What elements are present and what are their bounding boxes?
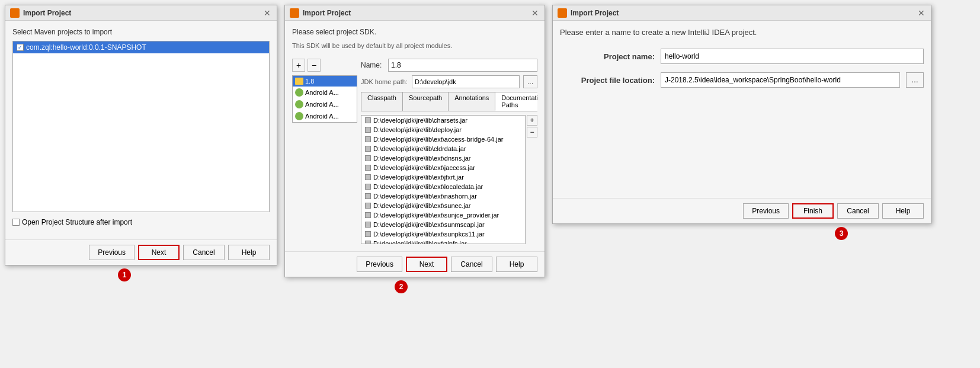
project-location-browse-button[interactable]: … — [906, 72, 924, 88]
sdk-tree-item-android-c[interactable]: Android A... — [293, 110, 357, 122]
dialog1-previous-button[interactable]: Previous — [89, 245, 134, 260]
file-item-5[interactable]: D:\develop\jdk\jre\lib\ext\jaccess.jar — [361, 163, 525, 172]
open-project-structure-row: Open Project Structure after import — [12, 218, 270, 226]
intellij-icon-1 — [10, 8, 20, 18]
project-name-input[interactable] — [661, 49, 924, 64]
dialog2-previous-button[interactable]: Previous — [357, 257, 402, 272]
file-item-12[interactable]: D:\develop\jdk\jre\lib\ext\sunpkcs11.jar — [361, 229, 525, 239]
file-icon-8 — [365, 193, 371, 199]
project-name-row: Project name: — [560, 49, 924, 64]
dialog2-cancel-button[interactable]: Cancel — [451, 257, 492, 272]
sdk-tree-item-android-b[interactable]: Android A... — [293, 98, 357, 110]
dialog3-previous-button[interactable]: Previous — [743, 203, 789, 219]
file-icon-12 — [365, 231, 371, 237]
project-name-label: Project name: — [560, 52, 655, 61]
file-icon-5 — [365, 165, 371, 171]
sdk-header: Please select project SDK. — [292, 28, 537, 36]
project-checkbox[interactable]: ✓ — [17, 44, 24, 51]
sdk-remove-button[interactable]: − — [308, 59, 321, 72]
file-item-0[interactable]: D:\develop\jdk\jre\lib\charsets.jar — [361, 116, 525, 125]
sdk-tree-item-label-3: Android A... — [305, 113, 339, 120]
dialog3-finish-button[interactable]: Finish — [792, 203, 834, 219]
file-icon-1 — [365, 127, 371, 133]
file-item-1[interactable]: D:\develop\jdk\jre\lib\deploy.jar — [361, 125, 525, 135]
intellij-icon-2 — [290, 8, 299, 18]
open-project-structure-label: Open Project Structure after import — [22, 218, 132, 226]
project-location-label: Project file location: — [560, 76, 655, 85]
dialog-body-1: Select Maven projects to import ✓ com.zq… — [5, 21, 277, 239]
badge-1: 1 — [118, 268, 131, 281]
file-icon-13 — [365, 241, 371, 244]
file-item-13[interactable]: D:\develop\jdk\jre\lib\ext\zipfs.jar — [361, 239, 525, 244]
dialog-import-project-2: Import Project ✕ Please select project S… — [284, 5, 545, 277]
title-bar-1: Import Project ✕ — [5, 5, 277, 21]
dialog1-help-button[interactable]: Help — [228, 245, 270, 260]
file-icon-4 — [365, 155, 371, 161]
file-item-9[interactable]: D:\develop\jdk\jre\lib\ext\sunec.jar — [361, 201, 525, 210]
sdk-tree-item-18[interactable]: 1.8 — [293, 76, 357, 87]
close-button-3[interactable]: ✕ — [917, 8, 926, 18]
file-item-10[interactable]: D:\develop\jdk\jre\lib\ext\sunjce_provid… — [361, 210, 525, 220]
tab-sourcepath[interactable]: Sourcepath — [402, 92, 449, 111]
dialog2-next-button[interactable]: Next — [406, 257, 447, 272]
tab-documentation-paths[interactable]: Documentation Paths — [495, 92, 537, 111]
sdk-subtext: This SDK will be used by default by all … — [292, 42, 537, 49]
dialog3-help-button[interactable]: Help — [882, 203, 924, 219]
sdk-browse-button[interactable]: … — [523, 75, 537, 88]
sdk-tabs: Classpath Sourcepath Annotations Documen… — [361, 92, 537, 111]
file-item-8[interactable]: D:\develop\jdk\jre\lib\ext\nashorn.jar — [361, 191, 525, 201]
android-icon-3 — [295, 112, 303, 120]
file-remove-button[interactable]: − — [527, 127, 537, 137]
sdk-home-label: JDK home path: — [361, 78, 408, 85]
sdk-tree-item-label-0: 1.8 — [305, 78, 314, 85]
project-location-row: Project file location: … — [560, 72, 924, 88]
tab-annotations[interactable]: Annotations — [448, 92, 495, 111]
dialog2-help-button[interactable]: Help — [496, 257, 537, 272]
dialog1-subtitle: Select Maven projects to import — [12, 28, 270, 36]
file-add-button[interactable]: + — [527, 115, 537, 126]
file-icon-0 — [365, 117, 371, 123]
file-item-4[interactable]: D:\develop\jdk\jre\lib\ext\dnsns.jar — [361, 153, 525, 163]
file-icon-2 — [365, 136, 371, 142]
open-project-checkbox[interactable] — [12, 219, 20, 226]
close-button-1[interactable]: ✕ — [262, 8, 272, 18]
file-item-11[interactable]: D:\develop\jdk\jre\lib\ext\sunmscapi.jar — [361, 220, 525, 229]
sdk-home-row: JDK home path: … — [361, 75, 537, 88]
dialog-title-3: Import Project — [571, 9, 917, 17]
file-item-3[interactable]: D:\develop\jdk\jre\lib\cldrdata.jar — [361, 144, 525, 153]
close-button-2[interactable]: ✕ — [530, 8, 540, 18]
badge-2: 2 — [395, 280, 408, 293]
dialog-title-1: Import Project — [23, 9, 262, 17]
file-item-6[interactable]: D:\develop\jdk\jre\lib\ext\jfxrt.jar — [361, 172, 525, 182]
project-location-input[interactable] — [661, 72, 900, 88]
tab-classpath[interactable]: Classpath — [361, 92, 403, 111]
file-item-7[interactable]: D:\develop\jdk\jre\lib\ext\localedata.ja… — [361, 182, 525, 191]
dialog3-cancel-button[interactable]: Cancel — [837, 203, 879, 219]
sdk-name-label: Name: — [361, 61, 385, 69]
sdk-name-row: Name: — [361, 59, 537, 72]
folder-icon-1 — [295, 78, 303, 85]
file-icon-7 — [365, 184, 371, 190]
sdk-tree[interactable]: 1.8 Android A... Android A... Andro — [292, 75, 357, 123]
project-list[interactable]: ✓ com.zql:hello-world:0.0.1-SNAPSHOT — [12, 41, 270, 212]
sdk-add-button[interactable]: + — [292, 59, 305, 72]
sdk-name-input[interactable] — [388, 59, 537, 72]
dialog1-next-button[interactable]: Next — [138, 245, 180, 260]
sdk-home-input[interactable] — [412, 75, 520, 88]
project-item[interactable]: ✓ com.zql:hello-world:0.0.1-SNAPSHOT — [13, 41, 269, 53]
title-bar-3: Import Project ✕ — [553, 5, 931, 21]
sdk-tree-item-android-a[interactable]: Android A... — [293, 87, 357, 98]
sdk-file-list[interactable]: D:\develop\jdk\jre\lib\charsets.jar D:\d… — [361, 115, 526, 244]
sdk-right-panel: Name: JDK home path: … Classpath Sourc — [361, 59, 537, 244]
file-icon-11 — [365, 222, 371, 228]
dialog-import-project-3: Import Project ✕ Please enter a name to … — [552, 5, 931, 224]
intellij-icon-3 — [558, 8, 567, 18]
dialog-body-2: Please select project SDK. This SDK will… — [285, 21, 545, 251]
android-icon-1 — [295, 88, 303, 97]
dialog-body-3: Please enter a name to create a new Inte… — [553, 21, 931, 198]
sdk-tree-item-label-2: Android A... — [305, 101, 339, 108]
dialog1-cancel-button[interactable]: Cancel — [183, 245, 225, 260]
file-item-2[interactable]: D:\develop\jdk\jre\lib\ext\access-bridge… — [361, 135, 525, 144]
android-icon-2 — [295, 100, 303, 108]
file-icon-6 — [365, 174, 371, 180]
